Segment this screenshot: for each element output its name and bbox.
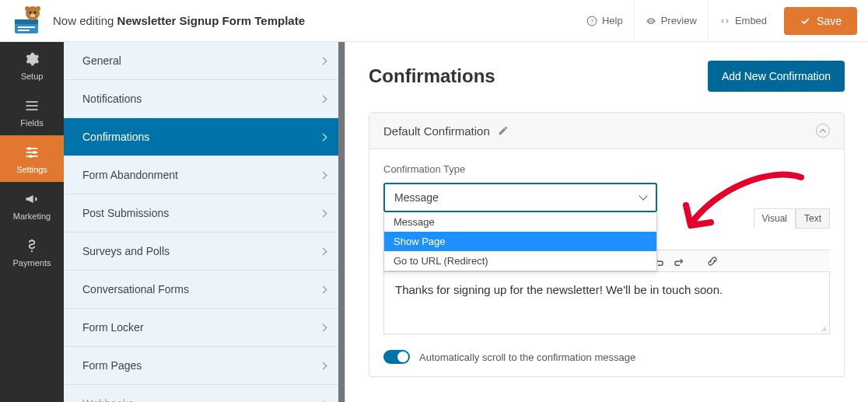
settings-subnav: GeneralNotificationsConfirmationsForm Ab…	[64, 42, 345, 402]
nav-item-payments[interactable]: Payments	[0, 229, 64, 275]
main-content: Confirmations Add New Confirmation Defau…	[345, 42, 868, 402]
nav-label: Settings	[3, 165, 61, 174]
message-editor[interactable]: Thanks for signing up for the newsletter…	[383, 272, 830, 334]
chevron-right-icon	[320, 362, 327, 369]
nav-item-setup[interactable]: Setup	[0, 42, 64, 89]
svg-rect-15	[26, 109, 38, 110]
svg-rect-2	[18, 26, 35, 28]
svg-rect-3	[18, 30, 30, 31]
confirmation-panel: Default Confirmation Confirmation Type M…	[369, 112, 845, 377]
chevron-down-icon	[639, 191, 647, 200]
subnav-item-general[interactable]: General	[64, 42, 345, 80]
nav-item-settings[interactable]: Settings	[0, 135, 64, 182]
subnav-label: Form Locker	[82, 321, 144, 334]
subnav-item-confirmations[interactable]: Confirmations	[64, 118, 345, 156]
nav-label: Fields	[3, 118, 61, 128]
collapse-button[interactable]	[816, 124, 830, 138]
link-button[interactable]	[704, 256, 721, 267]
chevron-right-icon	[320, 285, 327, 293]
autoscroll-toggle[interactable]	[383, 350, 410, 364]
panel-title: Default Confirmation	[383, 124, 490, 138]
tab-visual[interactable]: Visual	[754, 208, 796, 229]
svg-point-5	[30, 11, 32, 13]
form-name: Newsletter Signup Form Template	[117, 14, 305, 27]
confirmation-type-options: MessageShow PageGo to URL (Redirect)	[383, 212, 657, 271]
preview-label: Preview	[661, 15, 697, 26]
confirmation-type-label: Confirmation Type	[383, 163, 830, 175]
autoscroll-label: Automatically scroll to the confirmation…	[419, 351, 635, 363]
sliders-icon	[24, 145, 40, 160]
svg-rect-1	[15, 19, 38, 24]
pencil-icon[interactable]	[498, 125, 509, 136]
subnav-item-form-pages[interactable]: Form Pages	[64, 347, 345, 385]
nav-item-fields[interactable]: Fields	[0, 89, 64, 135]
selected-value: Message	[394, 191, 439, 204]
editor-tabs: Visual Text	[754, 208, 830, 229]
embed-button[interactable]: Embed	[708, 0, 778, 41]
subnav-label: General	[82, 54, 121, 67]
dollar-icon	[24, 238, 40, 253]
subnav-item-surveys-and-polls[interactable]: Surveys and Polls	[64, 232, 345, 271]
svg-point-21	[29, 155, 32, 158]
preview-button[interactable]: Preview	[634, 0, 708, 41]
editing-prefix: Now editing	[53, 14, 114, 27]
svg-rect-13	[26, 101, 38, 103]
resize-handle[interactable]	[818, 323, 828, 332]
option-go-to-url-redirect-[interactable]: Go to URL (Redirect)	[384, 251, 656, 271]
help-icon: ?	[586, 16, 597, 26]
chevron-right-icon	[320, 57, 327, 65]
nav-item-marketing[interactable]: Marketing	[0, 182, 64, 229]
app-header: Now editing Newsletter Signup Form Templ…	[0, 0, 868, 42]
subnav-item-post-submissions[interactable]: Post Submissions	[64, 194, 345, 232]
chevron-right-icon	[320, 95, 327, 103]
svg-rect-14	[26, 105, 38, 107]
main-header: Confirmations Add New Confirmation	[369, 61, 845, 92]
subnav-item-form-abandonment[interactable]: Form Abandonment	[64, 156, 345, 194]
tab-text[interactable]: Text	[796, 208, 830, 229]
chevron-right-icon	[320, 247, 327, 255]
subnav-item-notifications[interactable]: Notifications	[64, 80, 345, 118]
svg-point-9	[36, 6, 40, 11]
autoscroll-row: Automatically scroll to the confirmation…	[369, 337, 844, 376]
svg-text:?: ?	[590, 17, 593, 24]
svg-point-7	[30, 14, 35, 17]
primary-nav: SetupFieldsSettingsMarketingPayments	[0, 42, 64, 402]
code-icon	[719, 16, 730, 26]
nav-label: Marketing	[3, 211, 61, 221]
nav-label: Payments	[3, 258, 61, 267]
subnav-label: Notifications	[82, 93, 142, 105]
add-confirmation-button[interactable]: Add New Confirmation	[708, 61, 845, 92]
subnav-item-form-locker[interactable]: Form Locker	[64, 309, 345, 347]
panel-header: Default Confirmation	[369, 113, 844, 149]
subnav-item-conversational-forms[interactable]: Conversational Forms	[64, 271, 345, 309]
bullhorn-icon	[24, 191, 40, 207]
confirmation-type-select[interactable]: Message	[383, 183, 657, 212]
redo-button[interactable]	[671, 256, 688, 267]
chevron-right-icon	[320, 133, 327, 141]
svg-point-12	[649, 19, 651, 21]
subnav-item-webhooks[interactable]: Webhooks	[64, 385, 345, 402]
svg-point-8	[25, 6, 30, 11]
chevron-right-icon	[320, 171, 327, 179]
svg-point-6	[34, 11, 37, 13]
embed-label: Embed	[735, 15, 767, 26]
subnav-label: Form Abandonment	[82, 169, 178, 181]
message-text: Thanks for signing up for the newsletter…	[395, 283, 723, 296]
page-title: Confirmations	[369, 65, 495, 87]
subnav-label: Form Pages	[82, 359, 142, 372]
eye-icon	[646, 16, 656, 26]
save-button[interactable]: Save	[784, 7, 857, 35]
subnav-label: Confirmations	[82, 131, 149, 143]
help-link[interactable]: ? Help	[576, 0, 634, 41]
subnav-label: Surveys and Polls	[82, 245, 170, 257]
option-show-page[interactable]: Show Page	[384, 232, 656, 251]
gear-icon	[24, 51, 40, 67]
svg-point-17	[28, 147, 31, 150]
now-editing-label: Now editing Newsletter Signup Form Templ…	[53, 14, 305, 27]
subnav-label: Conversational Forms	[82, 283, 189, 295]
check-icon	[800, 16, 810, 26]
option-message[interactable]: Message	[384, 212, 656, 232]
panel-body: Confirmation Type Message MessageShow Pa…	[369, 149, 844, 337]
list-icon	[24, 98, 40, 114]
help-label: Help	[602, 15, 623, 26]
